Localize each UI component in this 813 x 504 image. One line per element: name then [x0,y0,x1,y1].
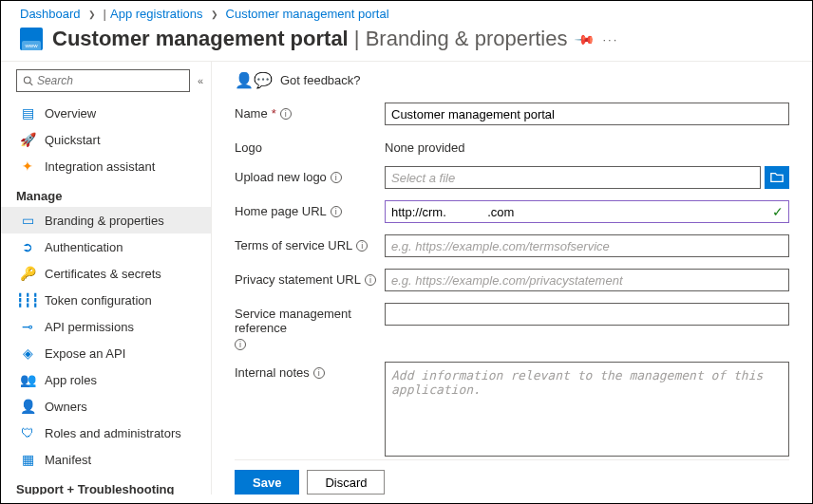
feedback-link[interactable]: 👤💬 Got feedback? [235,71,789,103]
breadcrumb: Dashboard ❯ | App registrations ❯ Custom… [1,1,812,25]
browse-button[interactable] [765,166,789,189]
sidebar-item-authentication[interactable]: ➲ Authentication [1,233,211,260]
info-icon[interactable]: i [356,240,368,252]
expose-api-icon: ◈ [20,345,35,361]
sidebar-item-label: App roles [45,373,97,387]
service-ref-input[interactable] [385,303,789,326]
notes-label: Internal notes i [235,362,385,380]
sidebar: « ▤ Overview 🚀 Quickstart ✦ Integration … [1,62,212,495]
search-input[interactable] [37,74,183,87]
discard-button[interactable]: Discard [307,470,385,495]
chevron-right-icon: ❯ [207,9,222,19]
main-content: 👤💬 Got feedback? Name * i Logo None prov… [212,62,812,495]
sidebar-item-label: Quickstart [45,133,101,147]
sidebar-item-label: Authentication [45,240,123,254]
app-roles-icon: 👥 [20,372,35,387]
chevron-right-icon: ❯ [85,9,100,19]
sidebar-item-expose-api[interactable]: ◈ Expose an API [1,340,211,366]
logo-value: None provided [385,137,789,155]
homepage-input[interactable] [385,200,789,223]
info-icon[interactable]: i [313,367,325,379]
sidebar-item-label: Manifest [45,453,91,467]
feedback-icon: 👤💬 [235,71,273,89]
sidebar-item-quickstart[interactable]: 🚀 Quickstart [1,126,211,153]
collapse-sidebar-icon[interactable]: « [198,75,203,86]
roles-admin-icon: 🛡 [20,425,35,440]
sidebar-item-roles-admins[interactable]: 🛡 Roles and administrators [1,420,211,446]
app-icon: www [20,28,43,50]
service-ref-label: Service management reference i [235,303,385,350]
pin-icon[interactable]: 📌 [574,28,596,49]
sidebar-item-overview[interactable]: ▤ Overview [1,100,211,126]
info-icon[interactable]: i [365,274,376,286]
info-icon[interactable]: i [331,172,342,183]
search-input-container[interactable] [16,69,190,92]
sidebar-item-label: Overview [45,106,96,121]
sidebar-item-label: Integration assistant [45,159,155,174]
sidebar-item-label: Token configuration [45,293,152,308]
file-picker[interactable]: Select a file [385,166,761,189]
sidebar-item-branding[interactable]: ▭ Branding & properties [1,207,211,233]
sidebar-item-certificates[interactable]: 🔑 Certificates & secrets [1,260,211,287]
manifest-icon: ▦ [20,452,35,467]
privacy-label: Privacy statement URL i [235,269,385,287]
token-icon: ┇┇┇ [20,292,35,308]
sidebar-item-label: Expose an API [45,346,125,361]
sidebar-section-manage: Manage [1,179,211,207]
overview-icon: ▤ [20,105,35,121]
tos-input[interactable] [385,234,789,257]
info-icon[interactable]: i [235,339,246,350]
svg-point-0 [24,77,30,84]
privacy-input[interactable] [385,269,789,291]
search-icon [23,75,33,86]
svg-line-1 [30,83,33,85]
checkmark-icon: ✓ [772,204,784,219]
upload-logo-label: Upload new logo i [235,166,385,184]
info-icon[interactable]: i [280,108,292,120]
auth-icon: ➲ [20,239,35,254]
sidebar-item-assistant[interactable]: ✦ Integration assistant [1,153,211,179]
sidebar-item-token-config[interactable]: ┇┇┇ Token configuration [1,287,211,313]
name-label: Name * i [235,103,385,121]
homepage-label: Home page URL i [235,200,385,218]
api-perm-icon: ⊸ [20,319,35,334]
assistant-icon: ✦ [20,159,35,174]
rocket-icon: 🚀 [20,132,35,147]
tos-label: Terms of service URL i [235,234,385,252]
logo-label: Logo [235,137,385,155]
branding-icon: ▭ [20,213,35,228]
breadcrumb-dashboard[interactable]: Dashboard [20,7,81,21]
key-icon: 🔑 [20,266,35,281]
sidebar-item-app-roles[interactable]: 👥 App roles [1,366,211,393]
footer-bar: Save Discard [235,459,789,495]
sidebar-item-owners[interactable]: 👤 Owners [1,393,211,420]
page-header: www Customer management portal | Brandin… [1,25,812,61]
info-icon[interactable]: i [331,206,342,217]
notes-textarea[interactable] [385,362,789,457]
breadcrumb-customer-portal[interactable]: Customer management portal [226,7,389,21]
sidebar-item-api-permissions[interactable]: ⊸ API permissions [1,313,211,340]
name-input[interactable] [385,103,789,125]
sidebar-item-label: Branding & properties [45,214,164,228]
sidebar-item-manifest[interactable]: ▦ Manifest [1,446,211,473]
save-button[interactable]: Save [235,470,299,495]
sidebar-item-label: Roles and administrators [45,426,181,440]
sidebar-item-label: Certificates & secrets [45,267,161,281]
page-title: Customer management portal | Branding & … [52,27,567,51]
owners-icon: 👤 [20,399,35,414]
sidebar-item-label: API permissions [45,320,134,334]
breadcrumb-app-registrations[interactable]: App registrations [110,7,203,21]
sidebar-section-support: Support + Troubleshooting [1,473,211,495]
folder-icon [770,171,784,184]
sidebar-item-label: Owners [45,400,87,414]
more-menu[interactable]: ··· [602,32,618,47]
